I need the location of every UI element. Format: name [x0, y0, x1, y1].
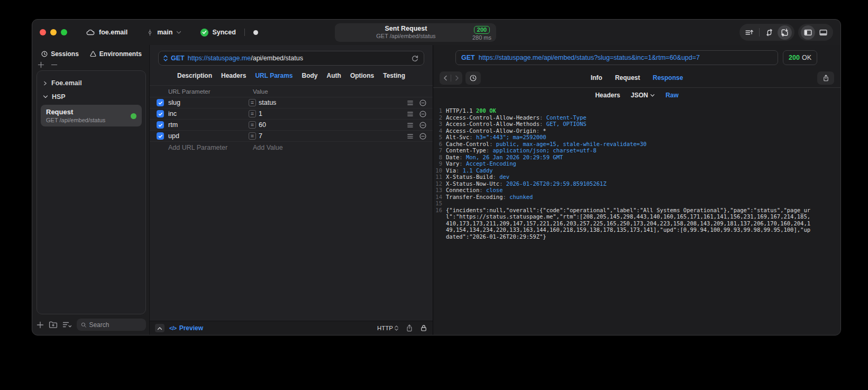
subtab-headers[interactable]: Headers [595, 92, 620, 99]
param-value-field[interactable]: 60 [259, 121, 406, 129]
tab-body[interactable]: Body [302, 72, 318, 79]
sync-status[interactable]: Synced [200, 29, 235, 37]
response-nav: Info Request Response [433, 68, 840, 87]
request-method[interactable]: GET [171, 55, 185, 62]
sessions-panel: Foe.email HSP Request GET /api/embed/sta… [36, 70, 146, 314]
add-request-button[interactable] [36, 321, 44, 329]
response-line: 3Access-Control-Allow-Methods: GET, OPTI… [435, 121, 813, 128]
request-pane: GET https://statuspage.me /api/embed/sta… [150, 45, 433, 335]
response-line: 4Access-Control-Allow-Origin: * [435, 128, 813, 134]
remove-param-button[interactable] [419, 110, 427, 118]
export-list-icon[interactable] [742, 25, 756, 40]
share-icon[interactable] [406, 324, 413, 332]
response-line: 8Date: Mon, 26 Jan 2026 20:29:59 GMT [435, 154, 813, 161]
toggle-bottom-panel-icon[interactable] [816, 25, 830, 40]
tab-url-params[interactable]: URL Params [255, 72, 293, 79]
request-url-bar[interactable]: GET https://statuspage.me /api/embed/sta… [158, 51, 424, 66]
lock-icon[interactable] [420, 324, 427, 332]
param-value-field[interactable]: status [259, 99, 406, 106]
drag-handle-icon[interactable] [406, 121, 414, 129]
param-enabled-checkbox[interactable] [157, 99, 164, 106]
param-enabled-checkbox[interactable] [157, 132, 164, 140]
response-line: 2Access-Control-Allow-Headers: Content-T… [435, 114, 813, 121]
history-clock-button[interactable] [465, 71, 481, 85]
cloud-project-button[interactable]: foe.email [86, 29, 127, 36]
remove-param-button[interactable] [419, 132, 427, 140]
tab-request[interactable]: Request [615, 74, 640, 81]
tab-headers[interactable]: Headers [221, 72, 246, 79]
history-forward-button[interactable] [451, 71, 462, 85]
tree-item-hsp[interactable]: HSP [41, 90, 142, 104]
subtab-format-json[interactable]: JSON [631, 92, 655, 99]
tab-sessions[interactable]: Sessions [41, 50, 79, 58]
param-value-field[interactable]: 1 [259, 110, 406, 117]
tab-testing[interactable]: Testing [383, 72, 405, 79]
subtab-raw[interactable]: Raw [665, 92, 679, 99]
cloud-icon [86, 29, 95, 36]
tab-description[interactable]: Description [177, 72, 212, 79]
param-enabled-checkbox[interactable] [157, 121, 164, 129]
close-window-button[interactable] [40, 29, 46, 35]
sent-request-summary[interactable]: Sent Request GET /api/embed/status 200 2… [335, 23, 496, 42]
param-row: upd=7 [150, 131, 433, 142]
remove-session-button[interactable] [51, 61, 58, 68]
remove-param-button[interactable] [419, 121, 427, 129]
param-name-field[interactable]: slug [168, 99, 249, 106]
preview-button[interactable]: </> Preview [169, 324, 203, 332]
request-duration: 280 ms [472, 34, 491, 41]
column-value: Value [253, 88, 268, 95]
sync-status-label: Synced [212, 29, 235, 36]
preview-label: Preview [179, 324, 203, 332]
import-export-icon[interactable] [778, 25, 792, 40]
toggle-left-panel-icon[interactable] [801, 25, 815, 40]
sidebar-toolbar [36, 314, 146, 331]
protocol-label: HTTP [377, 325, 393, 331]
search-box[interactable] [77, 319, 146, 331]
minimize-window-button[interactable] [50, 29, 57, 35]
drag-handle-icon[interactable] [406, 132, 414, 140]
protocol-selector[interactable]: HTTP [377, 325, 399, 331]
add-value-field[interactable]: Add Value [253, 144, 283, 151]
add-param-row[interactable]: Add URL Parameter Add Value [150, 142, 433, 153]
param-enabled-checkbox[interactable] [157, 110, 164, 117]
expand-panel-button[interactable] [155, 324, 165, 332]
param-name-field[interactable]: upd [168, 132, 249, 140]
tab-auth[interactable]: Auth [327, 72, 341, 79]
response-pane: GET https://statuspage.me/api/embed/stat… [433, 45, 840, 335]
param-name-field[interactable]: inc [168, 110, 249, 117]
request-list-item-selected[interactable]: Request GET /api/embed/status [41, 105, 142, 126]
app-window: foe.email main Synced Sent Request GET [32, 19, 841, 335]
response-line: 6Cache-Control: public, max-age=15, stal… [435, 141, 813, 148]
drag-handle-icon[interactable] [406, 99, 414, 107]
sort-list-icon[interactable] [62, 321, 72, 329]
tab-info[interactable]: Info [591, 74, 602, 81]
tree-item-foe-email[interactable]: Foe.email [41, 76, 142, 90]
param-value-field[interactable]: 7 [259, 132, 406, 140]
add-session-button[interactable] [38, 61, 44, 68]
chevron-down-icon [43, 95, 48, 99]
drag-handle-icon[interactable] [406, 110, 414, 118]
response-line: 1HTTP/1.1 200 OK [435, 107, 813, 114]
export-response-button[interactable] [817, 71, 834, 85]
tab-options[interactable]: Options [350, 72, 374, 79]
headers-label: Headers [595, 92, 620, 99]
tab-response[interactable]: Response [653, 74, 683, 81]
tab-environments[interactable]: Environments [89, 50, 142, 58]
raw-label: Raw [665, 92, 679, 99]
param-row: slug=status [150, 97, 433, 108]
search-input[interactable] [89, 321, 142, 329]
response-status-code: 200 [789, 54, 800, 61]
sync-branches-icon[interactable] [762, 25, 776, 40]
remove-param-button[interactable] [419, 99, 427, 107]
new-folder-icon[interactable] [49, 321, 58, 329]
equals-icon: = [249, 132, 256, 140]
branch-selector[interactable]: main [147, 29, 181, 37]
window-controls [40, 29, 67, 35]
history-back-button[interactable] [440, 71, 451, 85]
param-row: rtm=60 [150, 120, 433, 131]
add-url-parameter-field[interactable]: Add URL Parameter [168, 144, 253, 151]
param-name-field[interactable]: rtm [168, 121, 249, 129]
resend-request-icon[interactable] [411, 55, 419, 62]
zoom-window-button[interactable] [61, 29, 67, 35]
method-selector-icon[interactable] [163, 55, 168, 61]
